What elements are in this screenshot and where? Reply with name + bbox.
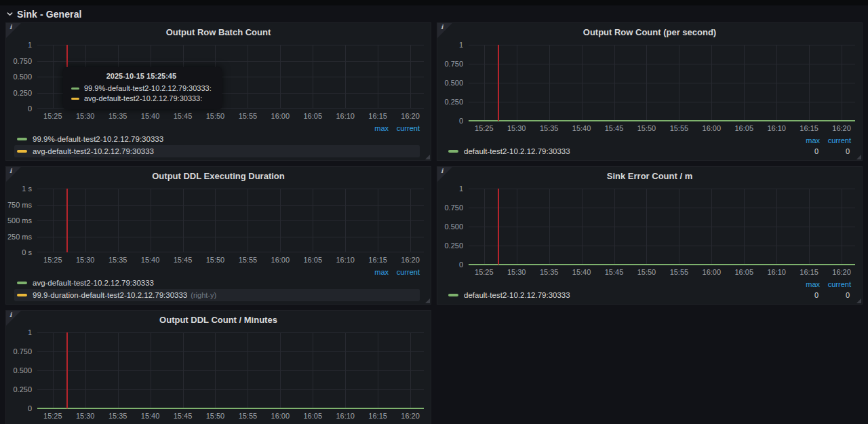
gridline-vertical <box>345 45 346 109</box>
panel-title[interactable]: Output Row Count (per second) <box>437 23 862 41</box>
legend-header-current[interactable]: current <box>820 280 851 288</box>
legend-header-current[interactable]: current <box>389 268 420 276</box>
gridline-vertical <box>118 332 119 408</box>
gridline-horizontal <box>37 351 424 352</box>
panel-output-ddl-count: i Output DDL Count / Minutes 10.7500.500… <box>5 310 431 424</box>
x-axis: 15:2515:3015:3515:4015:4515:5015:5516:00… <box>37 109 424 122</box>
y-axis: 10.7500.5000.2500 <box>6 45 37 109</box>
legend-series-color-dash <box>17 294 27 296</box>
gridline-vertical <box>410 45 411 109</box>
x-axis-tick-label: 16:00 <box>271 112 290 120</box>
panel-title[interactable]: Output DDL Executing Duration <box>6 167 431 185</box>
plot-area[interactable] <box>37 332 424 408</box>
panel-title[interactable]: Output Row Batch Count <box>6 23 431 41</box>
legend-row[interactable]: 99.9-duration-default-test2-10.2.12.79:3… <box>14 289 420 301</box>
tooltip-series-color-dash <box>71 88 79 90</box>
chart: 10.7500.5000.2500 2025-10-15 15:25:4599.… <box>6 41 431 109</box>
legend-row[interactable]: avg-default-test2-10.2.12.79:30333 <box>14 145 420 157</box>
panel-resize-handle[interactable] <box>856 155 861 159</box>
y-axis-tick-label: 0 <box>459 117 463 125</box>
gridline-horizontal <box>469 208 855 208</box>
legend-current-value: 0 <box>818 291 850 299</box>
panel-output-row-batch-count: i Output Row Batch Count 10.7500.5000.25… <box>5 22 431 161</box>
y-axis-tick-label: 0.250 <box>444 98 463 106</box>
y-axis-tick-label: 0.750 <box>13 347 32 355</box>
legend-header-max[interactable]: max <box>357 124 389 132</box>
y-axis-tick-label: 0 <box>459 261 463 269</box>
legend-row[interactable]: default-test2-10.2.12.79:3033300 <box>446 289 851 301</box>
panel-title-text: Output Row Count (per second) <box>583 27 716 37</box>
legend-header-current[interactable]: current <box>389 124 420 132</box>
x-axis-tick-label: 15:45 <box>605 124 624 132</box>
gridline-horizontal <box>469 83 855 83</box>
legend-row[interactable]: 99.9%-default-test2-10.2.12.79:30333 <box>14 133 420 145</box>
x-axis-tick-label: 15:40 <box>141 256 160 264</box>
gridline-vertical <box>280 189 281 252</box>
panel-title[interactable]: Sink Error Count / m <box>437 167 862 185</box>
x-axis-tick-label: 16:15 <box>368 112 387 120</box>
panel-title-text: Output Row Batch Count <box>166 27 271 37</box>
legend-header-current[interactable]: current <box>820 136 851 144</box>
legend-header-row: maxcurrent <box>446 135 851 145</box>
x-axis-tick-label: 15:40 <box>572 124 591 132</box>
series-line-at-zero <box>469 264 855 265</box>
panel-resize-handle[interactable] <box>856 298 861 303</box>
gridline-vertical <box>679 45 679 121</box>
plot-area[interactable]: 2025-10-15 15:25:4599.9%-default-test2-1… <box>37 45 424 109</box>
y-axis-tick-label: 1 <box>459 185 463 193</box>
dashboard-row-header[interactable]: Sink - General <box>0 5 868 22</box>
y-axis: 10.7500.5000.2500 <box>437 189 469 265</box>
panel-title-text: Sink Error Count / m <box>607 171 692 181</box>
x-axis-tick-label: 15:40 <box>141 412 160 420</box>
legend-current-value: 0 <box>818 147 850 155</box>
panel-sink-error-count: i Sink Error Count / m 10.7500.5000.2500… <box>437 166 863 305</box>
plot-area[interactable] <box>37 189 424 252</box>
x-axis-tick-label: 15:50 <box>206 412 225 420</box>
legend-header-max[interactable]: max <box>357 268 389 276</box>
plot-area[interactable] <box>469 189 855 265</box>
x-axis-tick-label: 16:00 <box>271 412 290 420</box>
x-axis-tick-label: 15:50 <box>206 112 225 120</box>
info-icon: i <box>9 168 12 174</box>
x-axis-tick-label: 16:15 <box>800 124 818 132</box>
crosshair-cursor-line <box>66 332 68 408</box>
gridline-vertical <box>614 189 615 265</box>
x-axis-tick-label: 15:30 <box>507 268 526 276</box>
y-axis-tick-label: 1 s <box>22 185 32 193</box>
y-axis-tick-label: 1 <box>459 41 463 49</box>
x-axis-tick-label: 15:25 <box>475 268 494 276</box>
legend-row[interactable]: avg-default-test2-10.2.12.79:30333 <box>14 277 420 289</box>
panel-title[interactable]: Output DDL Count / Minutes <box>6 311 431 328</box>
panel-title-text: Output DDL Count / Minutes <box>159 315 277 325</box>
x-axis-tick-label: 15:35 <box>108 256 127 264</box>
legend-series-color-dash <box>17 150 27 153</box>
legend-series-color-dash <box>448 150 458 153</box>
gridline-vertical <box>85 189 86 252</box>
x-axis-tick-label: 15:45 <box>174 256 193 264</box>
x-axis-tick-label: 16:00 <box>271 256 290 264</box>
plot-area[interactable] <box>469 45 855 121</box>
panel-resize-handle[interactable] <box>425 155 430 159</box>
legend-row[interactable]: default-test2-10.2.12.79:3033300 <box>446 145 851 157</box>
crosshair-cursor-line <box>498 45 499 121</box>
tooltip-series-label: avg-default-test2-10.2.12.79:30333: <box>84 94 202 104</box>
legend-series-axis-suffix: (right-y) <box>191 291 216 299</box>
x-axis-tick-label: 16:15 <box>368 412 387 420</box>
gridline-vertical <box>744 189 745 265</box>
x-axis: 15:2515:3015:3515:4015:4515:5015:5516:00… <box>469 265 855 278</box>
gridline-horizontal <box>469 246 855 246</box>
gridline-vertical <box>345 189 346 252</box>
gridline-vertical <box>313 45 313 109</box>
legend-header-max[interactable]: max <box>789 136 820 144</box>
x-axis-tick-label: 16:05 <box>734 268 753 276</box>
y-axis-tick-label: 0.500 <box>13 366 32 374</box>
legend-header-max[interactable]: max <box>789 280 820 288</box>
y-axis-tick-label: 0.250 <box>13 89 32 97</box>
legend-header-row: maxcurrent <box>446 279 851 289</box>
gridline-vertical <box>517 45 517 121</box>
panel-output-ddl-executing-duration: i Output DDL Executing Duration 1 s750 m… <box>5 166 431 305</box>
gridline-vertical <box>85 332 86 408</box>
crosshair-cursor-line <box>66 189 68 252</box>
gridline-vertical <box>378 45 378 109</box>
panel-resize-handle[interactable] <box>425 298 430 303</box>
